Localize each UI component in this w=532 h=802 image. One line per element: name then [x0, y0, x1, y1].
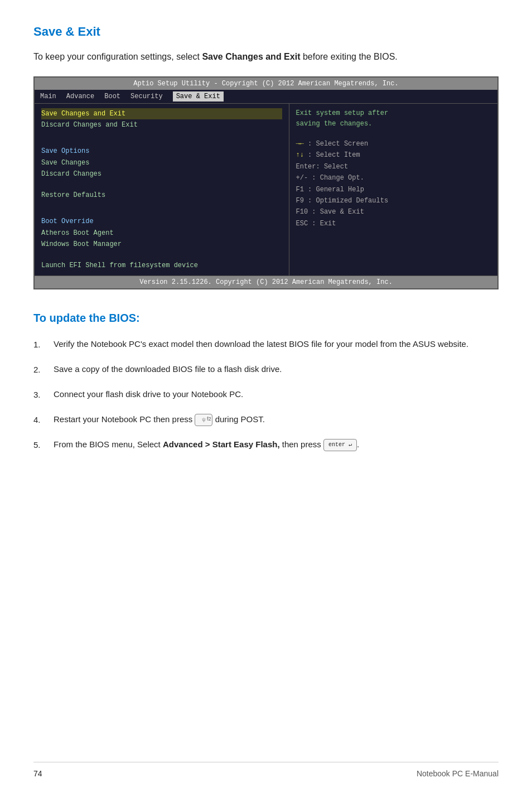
intro-text-bold: Save Changes and Exit — [202, 52, 300, 61]
bios-terminal: Aptio Setup Utility - Copyright (C) 2012… — [33, 76, 499, 289]
step-2: 2. Save a copy of the downloaded BIOS fi… — [33, 363, 499, 376]
step-3-content: Connect your flash disk drive to your No… — [54, 388, 499, 401]
bios-legend-f10: F10 : Save & Exit — [296, 206, 491, 218]
bios-legend-select-screen: →← : Select Screen — [296, 138, 491, 149]
bios-legend-f1: F1 : General Help — [296, 184, 491, 195]
bios-title-bar: Aptio Setup Utility - Copyright (C) 2012… — [35, 78, 497, 90]
update-bios-title: To update the BIOS: — [33, 310, 499, 326]
bios-left-panel: Save Changes and Exit Discard Changes an… — [35, 104, 289, 276]
bios-legend-esc: ESC : Exit — [296, 218, 491, 229]
advanced-start-easy-flash-label: Advanced > Start Easy Flash, — [163, 439, 280, 449]
step-3-number: 3. — [33, 388, 54, 402]
page-number: 74 — [33, 768, 42, 780]
intro-text-before: To keep your configuration settings, sel… — [33, 52, 202, 61]
page-title: Save & Exit — [33, 22, 499, 41]
f2-key-icon: ψ f2 — [195, 414, 212, 426]
step-2-content: Save a copy of the downloaded BIOS file … — [54, 363, 499, 376]
bios-footer: Version 2.15.1226. Copyright (C) 2012 Am… — [35, 276, 497, 288]
steps-list: 1. Verify the Notebook PC's exact model … — [33, 337, 499, 452]
bios-section-boot-override: Boot Override — [41, 216, 282, 226]
intro-paragraph: To keep your configuration settings, sel… — [33, 50, 499, 64]
bios-legend-f9: F9 : Optimized Defaults — [296, 195, 491, 206]
bios-item-launch-efi-shell[interactable]: Launch EFI Shell from filesystem device — [41, 260, 282, 271]
step-1: 1. Verify the Notebook PC's exact model … — [33, 337, 499, 351]
bios-item-save-changes-exit[interactable]: Save Changes and Exit — [41, 108, 282, 119]
bios-right-panel: Exit system setup after saving the chang… — [289, 104, 498, 276]
step-4-number: 4. — [33, 413, 54, 427]
step-2-number: 2. — [33, 363, 54, 376]
bios-legend-change-opt: +/- : Change Opt. — [296, 172, 491, 183]
step-4-content: Restart your Notebook PC then press ψ f2… — [54, 413, 499, 426]
step-5-number: 5. — [33, 438, 54, 452]
bios-legend-select-item: ↑↓ : Select Item — [296, 149, 491, 161]
bios-legend: →← : Select Screen ↑↓ : Select Item Ente… — [296, 138, 491, 229]
step-5: 5. From the BIOS menu, Select Advanced >… — [33, 438, 499, 452]
bios-section-save-options: Save Options — [41, 146, 282, 156]
bios-nav-save-exit[interactable]: Save & Exit — [173, 91, 224, 102]
bios-content-area: Save Changes and Exit Discard Changes an… — [35, 104, 497, 276]
bios-nav-security: Security — [130, 91, 163, 102]
bios-item-restore-defaults[interactable]: Restore Defaults — [41, 190, 282, 201]
bios-nav-boot: Boot — [104, 91, 120, 102]
step-1-number: 1. — [33, 337, 54, 351]
bios-nav-bar: Main Advance Boot Security Save & Exit — [35, 90, 497, 104]
bios-nav-main: Main — [40, 91, 56, 102]
page-footer: 74 Notebook PC E-Manual — [33, 762, 499, 780]
step-5-content: From the BIOS menu, Select Advanced > St… — [54, 438, 499, 451]
bios-item-discard-changes-exit[interactable]: Discard Changes and Exit — [41, 119, 282, 131]
page-label: Notebook PC E-Manual — [417, 768, 499, 780]
bios-item-discard-changes[interactable]: Discard Changes — [41, 168, 282, 180]
enter-key-icon: enter ↵ — [323, 439, 357, 451]
bios-legend-enter: Enter: Select — [296, 161, 491, 172]
bios-nav-advance: Advance — [66, 91, 94, 102]
bios-item-windows-boot[interactable]: Windows Boot Manager — [41, 239, 282, 250]
bios-item-atheros-boot[interactable]: Atheros Boot Agent — [41, 228, 282, 239]
step-3: 3. Connect your flash disk drive to your… — [33, 388, 499, 402]
intro-text-after: before exiting the BIOS. — [300, 52, 397, 61]
bios-description: Exit system setup after saving the chang… — [296, 108, 491, 129]
bios-item-save-changes[interactable]: Save Changes — [41, 157, 282, 168]
step-4: 4. Restart your Notebook PC then press ψ… — [33, 413, 499, 427]
step-1-content: Verify the Notebook PC's exact model the… — [54, 337, 499, 351]
